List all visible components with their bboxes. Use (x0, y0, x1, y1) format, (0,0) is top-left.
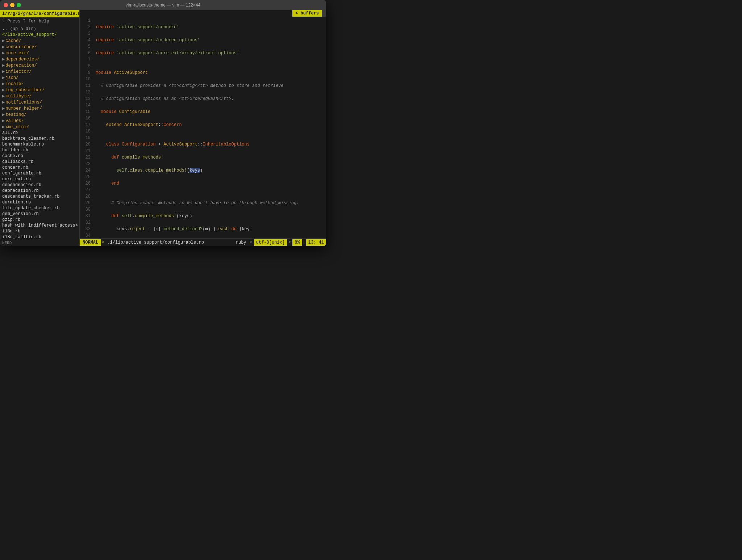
sidebar-up-dir[interactable]: .. (up a dir) (0, 26, 79, 32)
line-6: # Configurable provides a <tt>config</tt… (96, 83, 324, 89)
sidebar-active-dir[interactable]: </lib/active_support/ (0, 32, 79, 38)
status-arrow3: < (287, 240, 292, 245)
nerd-tree-sidebar: l/r/g/2/g/a/l/a/configurable.rb " Press … (0, 10, 80, 246)
line-9: extend ActiveSupport::Concern (96, 122, 324, 128)
sidebar-file-deprecation[interactable]: deprecation.rb (0, 188, 79, 194)
sidebar-dir-values[interactable]: ▶values/ (0, 118, 79, 124)
line-numbers: 12345 678910 1112131415 1617181920 21222… (80, 17, 93, 238)
maximize-button[interactable] (17, 3, 21, 7)
sidebar-file-gzip[interactable]: gzip.rb (0, 217, 79, 223)
sidebar-file-descendants[interactable]: descendants_tracker.rb (0, 194, 79, 199)
sidebar-dir-number-helper[interactable]: ▶number_helper/ (0, 105, 79, 111)
line-18: keys.reject { |m| method_defined?(m) }.e… (96, 226, 324, 232)
sidebar-dir-concurrency[interactable]: ▶concurrency/ (0, 44, 79, 50)
sidebar-dir-deprecation[interactable]: ▶deprecation/ (0, 62, 79, 68)
line-11: class Configuration < ActiveSupport::Inh… (96, 141, 324, 148)
sidebar-file-file-update[interactable]: file_update_checker.rb (0, 205, 79, 211)
status-arrow2: < (249, 240, 254, 245)
sidebar-file-benchmarkable[interactable]: benchmarkable.rb (0, 142, 79, 147)
traffic-lights (4, 3, 21, 7)
sidebar-dir-json[interactable]: ▶json/ (0, 75, 79, 81)
sidebar-dir-locale[interactable]: ▶locale/ (0, 81, 79, 87)
line-17: def self.compile_methods!(keys) (96, 213, 324, 219)
sidebar-file-i18n-railtie[interactable]: i18n_railtie.rb (0, 234, 79, 240)
sidebar-dir-cache[interactable]: ▶cache/ (0, 38, 79, 44)
sidebar-file-concern[interactable]: concern.rb (0, 165, 79, 170)
minimize-button[interactable] (10, 3, 14, 7)
sidebar-file-cache[interactable]: cache.rb (0, 153, 79, 159)
sidebar-file-backtrace[interactable]: backtrace_cleaner.rb (0, 136, 79, 142)
line-14: end (96, 180, 324, 187)
sidebar-dir-log-subscriber[interactable]: ▶log_subscriber/ (0, 87, 79, 93)
status-encoding: utf-8[unix] (254, 239, 287, 246)
sidebar-file-gem-version[interactable]: gem_version.rb (0, 211, 79, 217)
buffers-label[interactable]: < buffers (292, 10, 322, 17)
sidebar-file-duration[interactable]: duration.rb (0, 199, 79, 205)
line-2: require 'active_support/ordered_options' (96, 37, 324, 43)
status-arrow: < (102, 240, 104, 245)
sidebar-dir-inflector[interactable]: ▶inflector/ (0, 68, 79, 75)
buffers-bar: < buffers (80, 10, 326, 17)
sidebar-dir-xml-mini[interactable]: ▶xml_mini/ (0, 124, 79, 130)
status-sep: : (302, 240, 306, 245)
scroll-indicator[interactable] (322, 10, 326, 17)
nerd-tree-help: " Press ? for help (0, 17, 79, 25)
nerd-tree-content[interactable]: .. (up a dir) </lib/active_support/ ▶cac… (0, 25, 79, 240)
line-12: def compile_methods! (96, 154, 324, 161)
line-1: require 'active_support/concern' (96, 24, 324, 30)
nerd-tree-label: NERD (0, 240, 79, 246)
status-filepath: .1/lib/active_support/configurable.rb (105, 240, 233, 245)
window-title: vim-railscasts-theme — vim — 122×44 (126, 3, 200, 8)
sidebar-dir-dependencies[interactable]: ▶dependencies/ (0, 56, 79, 62)
sidebar-dir-testing[interactable]: ▶testing/ (0, 111, 79, 118)
line-8: module Configurable (96, 109, 324, 115)
sidebar-dir-notifications[interactable]: ▶notifications/ (0, 99, 79, 105)
line-16: # Compiles reader methods so we don't ha… (96, 200, 324, 206)
sidebar-file-i18n[interactable]: i18n.rb (0, 228, 79, 234)
code-view[interactable]: 12345 678910 1112131415 1617181920 21222… (80, 17, 326, 238)
sidebar-file-all[interactable]: all.rb (0, 130, 79, 136)
editor-area: < buffers 12345 678910 1112131415 161718… (80, 10, 326, 246)
status-position: 13: 41 (306, 239, 326, 246)
nerd-tree-header: l/r/g/2/g/a/l/a/configurable.rb (0, 10, 79, 17)
sidebar-file-builder[interactable]: builder.rb (0, 147, 79, 153)
sidebar-file-callbacks[interactable]: callbacks.rb (0, 159, 79, 165)
line-3: require 'active_support/core_ext/array/e… (96, 50, 324, 56)
line-13: self.class.compile_methods!(keys) (96, 167, 324, 174)
line-7: # configuration options as an <tt>Ordere… (96, 96, 324, 102)
status-bar: NORMAL < .1/lib/active_support/configura… (80, 238, 326, 246)
sidebar-dir-multibyte[interactable]: ▶multibyte/ (0, 93, 79, 99)
sidebar-file-core-ext[interactable]: core_ext.rb (0, 176, 79, 182)
sidebar-file-configurable[interactable]: configurable.rb (0, 170, 79, 176)
sidebar-file-dependencies[interactable]: dependencies.rb (0, 182, 79, 188)
code-editor[interactable]: require 'active_support/concern' require… (93, 17, 326, 238)
status-language: ruby (234, 240, 249, 245)
vim-mode: NORMAL (80, 239, 101, 246)
line-5: module ActiveSupport (96, 70, 324, 76)
sidebar-file-hash[interactable]: hash_with_indifferent_access> (0, 223, 79, 228)
status-percent: 8% (292, 239, 302, 246)
title-bar: vim-railscasts-theme — vim — 122×44 (0, 0, 326, 10)
sidebar-dir-core-ext[interactable]: ▶core_ext/ (0, 50, 79, 56)
close-button[interactable] (4, 3, 8, 7)
